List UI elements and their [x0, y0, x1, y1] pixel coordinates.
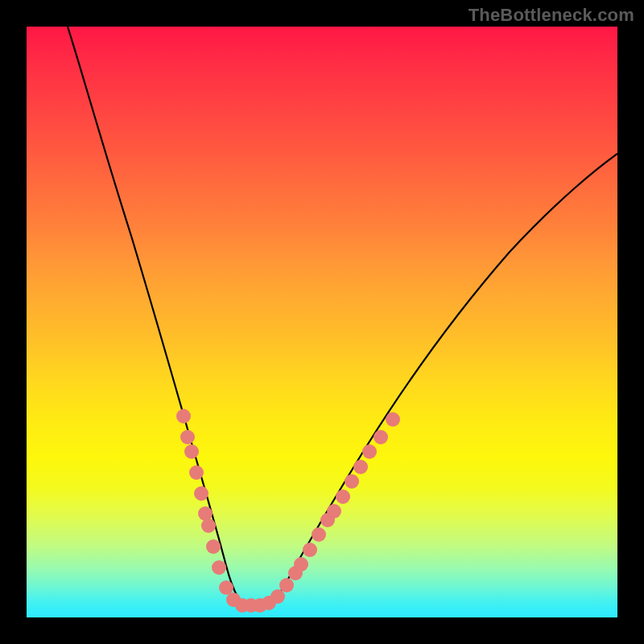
- dot: [212, 560, 226, 575]
- dot: [327, 504, 341, 518]
- dot: [312, 527, 326, 542]
- dot: [189, 465, 204, 480]
- dot: [336, 489, 350, 504]
- highlighted-dots: [176, 409, 400, 613]
- dot: [386, 412, 400, 427]
- dot: [219, 580, 233, 595]
- chart-frame: TheBottleneck.com: [0, 0, 644, 644]
- watermark-text: TheBottleneck.com: [469, 5, 634, 26]
- dot: [353, 460, 368, 474]
- dot: [374, 430, 388, 444]
- dot: [194, 486, 208, 501]
- dot: [362, 444, 377, 459]
- dot: [270, 589, 285, 604]
- dot: [279, 578, 294, 592]
- dot: [303, 543, 317, 557]
- curve-layer: [27, 27, 617, 617]
- bottleneck-curve: [68, 27, 617, 610]
- dot: [345, 474, 359, 489]
- dot: [206, 539, 221, 554]
- dot: [294, 557, 308, 572]
- plot-area: [27, 27, 617, 617]
- dot: [180, 430, 195, 444]
- dot: [184, 444, 199, 459]
- dot: [201, 518, 216, 533]
- dot: [176, 409, 191, 423]
